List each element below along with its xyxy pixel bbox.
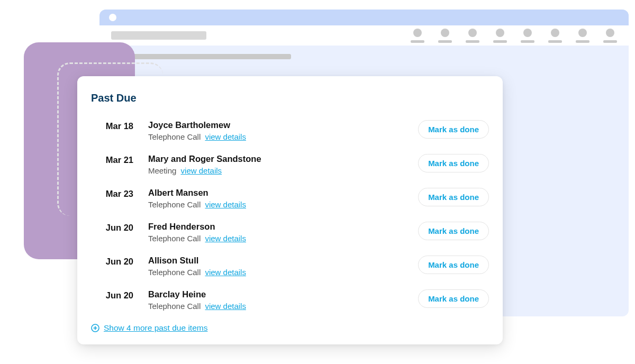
mark-as-done-button[interactable]: Mark as done [418,222,489,240]
item-date: Jun 20 [91,289,148,301]
browser-navbar [99,25,629,46]
show-more-link[interactable]: Show 4 more past due items [104,323,207,333]
past-due-card: Past Due Mar 18 Joyce Bartholemew Teleph… [77,76,503,344]
nav-avatar-placeholder [438,29,452,43]
item-date: Jun 20 [91,222,148,233]
subheader-text-placeholder [111,54,291,59]
nav-avatar-row [411,29,617,43]
mark-as-done-button[interactable]: Mark as done [418,154,489,172]
item-subtitle: Telephone Call view details [148,234,418,243]
item-type: Telephone Call [148,132,201,141]
browser-subheader [99,46,629,59]
item-contact-name: Joyce Bartholemew [148,120,418,130]
item-subtitle: Telephone Call view details [148,200,418,209]
nav-avatar-placeholder [521,29,534,43]
window-control-dot [109,14,116,21]
nav-avatar-placeholder [493,29,507,43]
past-due-item: Jun 20 Allison Stull Telephone Call view… [91,250,489,284]
item-date: Mar 18 [91,120,148,131]
item-date: Jun 20 [91,256,148,267]
browser-titlebar [99,10,629,25]
view-details-link[interactable]: view details [205,302,246,311]
item-contact-name: Mary and Roger Sandstone [148,154,418,164]
mark-as-done-button[interactable]: Mark as done [418,188,489,206]
card-title: Past Due [91,92,489,104]
nav-avatar-placeholder [603,29,617,43]
item-contact-name: Fred Henderson [148,222,418,232]
item-subtitle: Telephone Call view details [148,268,418,277]
nav-search-placeholder [111,31,206,40]
view-details-link[interactable]: view details [205,200,246,209]
past-due-item: Mar 23 Albert Mansen Telephone Call view… [91,183,489,216]
item-contact-name: Barclay Heine [148,289,418,299]
item-subtitle: Telephone Call view details [148,302,418,311]
item-type: Telephone Call [148,234,201,243]
item-type: Meeting [148,166,176,175]
item-date: Mar 23 [91,188,148,199]
item-contact-name: Allison Stull [148,256,418,266]
nav-avatar-placeholder [548,29,562,43]
item-date: Mar 21 [91,154,148,165]
past-due-item: Jun 20 Fred Henderson Telephone Call vie… [91,216,489,250]
view-details-link[interactable]: view details [205,234,246,243]
nav-avatar-placeholder [411,29,424,43]
view-details-link[interactable]: view details [181,166,222,175]
past-due-item: Mar 21 Mary and Roger Sandstone Meeting … [91,149,489,183]
item-type: Telephone Call [148,302,201,311]
mark-as-done-button[interactable]: Mark as done [418,256,489,274]
item-subtitle: Meeting view details [148,166,418,175]
nav-avatar-placeholder [466,29,479,43]
nav-avatar-placeholder [576,29,589,43]
mark-as-done-button[interactable]: Mark as done [418,120,489,139]
item-type: Telephone Call [148,200,201,209]
show-more-row: Show 4 more past due items [91,323,489,333]
past-due-item: Mar 18 Joyce Bartholemew Telephone Call … [91,115,489,149]
item-type: Telephone Call [148,268,201,277]
mark-as-done-button[interactable]: Mark as done [418,289,489,308]
item-contact-name: Albert Mansen [148,188,418,198]
item-subtitle: Telephone Call view details [148,132,418,141]
plus-circle-icon [91,324,99,332]
view-details-link[interactable]: view details [205,132,246,141]
view-details-link[interactable]: view details [205,268,246,277]
past-due-item: Jun 20 Barclay Heine Telephone Call view… [91,284,489,318]
